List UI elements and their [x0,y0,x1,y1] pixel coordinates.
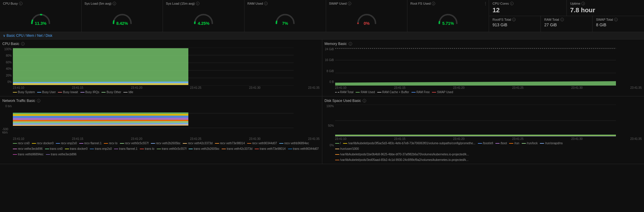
metric-title-swap-used: SWAP Used i [329,2,352,5]
metric-title-root-fs-used: Root FS Used i [410,2,435,5]
rootfs-total-label: RootFS Total i [493,18,537,21]
svg-marker-17 [13,112,188,114]
ram-total-value: 27 GiB [544,22,589,27]
uptime-label: Uptime i [570,2,641,5]
memory-basic-yaxis: 24 GiB16 GiB8 GiB0 B [325,48,335,84]
metrics-bar: CPU Busy i 11.3% Sys Load (5m avg) i [0,0,644,32]
info-icon-swap-total[interactable]: i [614,18,618,21]
memory-basic-panel: Memory Basic i 24 GiB16 GiB8 GiB0 B [322,39,644,96]
memory-basic-legend: RAM Total RAM Used RAM Cache + Buffer RA… [325,91,642,94]
section-header[interactable]: ∨ Basic CPU / Mem / Net / Disk [0,32,644,39]
legend-ram-used: RAM Used [356,91,375,94]
memory-basic-xaxis: 23:41:1023:41:1523:41:2023:41:2523:41:30… [325,86,642,89]
network-traffic-yaxis: 0 b/s -500 kb/s [2,105,13,135]
cpu-basic-svg [13,48,294,86]
cpu-basic-chart-area: 100%80%60%40%20%0% [2,48,320,89]
svg-marker-6 [13,48,188,85]
info-icon-cpu-busy[interactable]: i [19,2,23,5]
ram-total-label: RAM Total i [544,18,589,21]
svg-marker-22 [13,121,188,123]
svg-marker-28 [335,135,616,136]
cpu-basic-legend: Busy System Busy User Busy Iowait Busy I… [2,91,320,94]
swap-total-item: SWAP Total i 8 GiB [593,16,644,32]
metric-swap-used: SWAP Used i 0% [326,0,408,32]
network-traffic-title: Network Traffic Basic i [2,99,320,103]
legend-busy-irqs: Busy IRQs [80,91,99,94]
memory-basic-svg [335,48,616,86]
cpu-basic-yaxis: 100%80%60%40%20%0% [2,48,13,84]
legend-busy-user: Busy User [37,91,56,94]
svg-marker-19 [13,116,188,118]
rootfs-total-value: 913 GiB [493,22,537,27]
more-options-button[interactable]: ⋮ [483,1,488,6]
info-icon-rootfs-total[interactable]: i [512,18,516,21]
disk-space-title: Disk Space Used Basic i [325,99,642,103]
memory-basic-chart-area: 24 GiB16 GiB8 GiB0 B 23:41:1023:41:1523:… [325,48,642,89]
legend-busy-other: Busy Other [101,91,121,94]
metric-title-cpu-busy: CPU Busy i [3,2,23,5]
legend-swap-used-mem: SWAP Used [432,91,453,94]
legend-busy-iowait: Busy Iowait [58,91,78,94]
network-traffic-svg [13,105,294,137]
legend-idle: Idle [123,91,133,94]
gauge-value-sys-load-15m: 4.25% [198,21,209,26]
legend-ram-cache-buffer: RAM Cache + Buffer [377,91,409,94]
cpu-basic-panel: CPU Basic i 100%80%60%40%20%0% [0,39,322,96]
metric-title-sys-load-5m: Sys Load (5m avg) i [85,2,116,5]
disk-space-xaxis: 23:41:1023:41:1523:41:2023:41:2523:41:30… [325,137,642,140]
metric-sys-load-15m: Sys Load (15m avg) i 4.25% [163,0,244,32]
gauge-value-ram-used: 7% [282,21,288,26]
memory-basic-title: Memory Basic i [325,42,642,46]
legend-busy-system: Busy System [13,91,35,94]
info-icon-cpu-basic[interactable]: i [21,42,25,46]
info-icon-ram-used[interactable]: i [264,2,268,5]
right-panel-bottom: RootFS Total i 913 GiB RAM Total i 27 Gi… [489,16,644,32]
swap-total-value: 8 GiB [596,22,640,27]
legend-ram-total: RAM Total [335,91,354,94]
legend-ram-free: RAM Free [411,91,430,94]
disk-space-legend: / /var/lib/kubelet/pods/3f5ac5d3-483c-4e… [325,142,642,161]
svg-marker-30 [335,136,616,136]
network-traffic-panel: Network Traffic Basic i 0 b/s -500 kb/s [0,96,322,164]
network-traffic-legend: recv cni0 recv docker0 recv enp2s0 recv … [2,142,320,156]
swap-total-label: SWAP Total i [596,18,640,21]
uptime-value: 7.8 hour [570,6,641,14]
svg-marker-23 [13,123,188,125]
info-icon-root-fs-used[interactable]: i [432,2,435,5]
svg-marker-20 [13,118,188,120]
info-icon-ram-total[interactable]: i [560,18,564,21]
cpu-cores-label: CPU Cores i [493,2,563,5]
right-panel-top: CPU Cores i 12 Uptime i 7.8 hour [489,0,644,16]
metric-root-fs-used: Root FS Used i 5.71% ⋮ [407,0,489,32]
rootfs-total-item: RootFS Total i 913 GiB [489,16,541,32]
svg-marker-29 [335,136,616,136]
metric-cpu-busy: CPU Busy i 11.3% [0,0,82,32]
charts-row-1: CPU Basic i 100%80%60%40%20%0% [0,39,644,96]
metric-sys-load-5m: Sys Load (5m avg) i 8.42% [82,0,163,32]
svg-marker-13 [335,81,616,86]
disk-space-yaxis: 100% 50% 0% [325,105,335,135]
info-icon-network-traffic[interactable]: i [37,99,40,102]
ram-total-item: RAM Total i 27 GiB [541,16,593,32]
disk-space-svg [335,105,616,137]
info-icon-sys-load-5m[interactable]: i [113,2,116,5]
disk-space-panel: Disk Space Used Basic i 100% 50% 0% [322,96,644,164]
info-icon-swap-used[interactable]: i [348,2,351,5]
metric-title-sys-load-15m: Sys Load (15m avg) i [166,2,199,5]
disk-space-chart-area: 100% 50% 0% 23:41:1023:41:1523:41:2023:4… [325,105,642,140]
cpu-basic-title: CPU Basic i [2,42,320,46]
info-icon-memory-basic[interactable]: i [349,42,352,46]
info-icon-cpu-cores[interactable]: i [510,2,514,5]
charts-grid: CPU Basic i 100%80%60%40%20%0% [0,39,644,164]
svg-marker-18 [13,114,188,116]
uptime-item: Uptime i 7.8 hour [567,0,644,16]
info-icon-sys-load-15m[interactable]: i [196,2,199,5]
charts-row-2: Network Traffic Basic i 0 b/s -500 kb/s [0,96,644,164]
gauge-value-swap-used: 0% [364,21,369,26]
cpu-cores-value: 12 [493,6,563,14]
network-traffic-xaxis: 23:41:1023:41:1523:41:2023:41:2523:41:30… [2,137,320,140]
info-icon-uptime[interactable]: i [581,2,585,5]
gauge-value-sys-load-5m: 8.42% [116,21,128,26]
info-icon-disk-space[interactable]: i [363,99,366,102]
cpu-basic-xaxis: 23:41:1023:41:1523:41:2023:41:2523:41:30… [2,86,320,89]
